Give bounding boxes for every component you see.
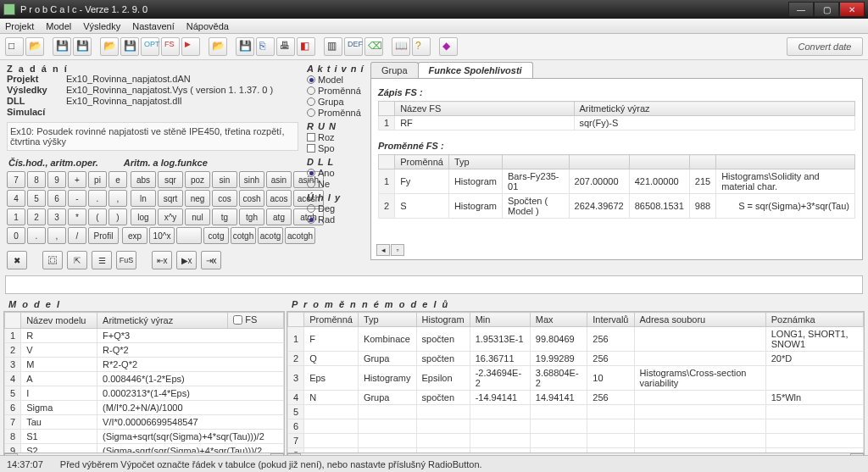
key-plus[interactable]: + <box>68 171 86 188</box>
convert-date-button[interactable]: Convert date <box>787 37 863 56</box>
tb-open[interactable]: 📂 <box>25 37 44 56</box>
tb-help[interactable]: 📖 <box>392 37 410 56</box>
tb-print[interactable]: 🖶 <box>276 37 295 56</box>
tb-chart[interactable]: ▥ <box>324 37 342 56</box>
key-e[interactable]: e <box>108 171 127 188</box>
fn-cosh[interactable]: cosh <box>239 190 264 207</box>
tb-about[interactable]: ◆ <box>439 37 458 56</box>
fn-asin[interactable]: asin <box>266 171 292 188</box>
table-row[interactable]: 5 <box>288 405 864 419</box>
key-2[interactable]: 2 <box>27 208 46 225</box>
radio-model[interactable] <box>307 75 315 84</box>
tb-save2[interactable]: 💾 <box>73 37 92 56</box>
fn-log[interactable]: log <box>131 208 156 225</box>
table-row[interactable]: 4NGrupaspočten-14.9414114.9414125615*Wln <box>288 391 864 405</box>
key-4[interactable]: 4 <box>7 190 25 207</box>
hscroll[interactable]: ◂▫ <box>376 244 404 256</box>
fn-acotg[interactable]: acotg <box>258 227 283 244</box>
tb-run[interactable]: ▶ <box>181 37 200 56</box>
fn-ln[interactable]: ln <box>131 190 156 207</box>
key-rparen[interactable]: ) <box>108 208 127 225</box>
table-row[interactable]: 5I0.0002313*(1-4*Eps) <box>5 386 284 400</box>
xplay-button[interactable]: ▶x <box>176 251 197 269</box>
menu-nastaveni[interactable]: Nastavení <box>132 21 175 31</box>
table-row[interactable]: 7TauV/I*0.00006699548547 <box>5 414 284 429</box>
fn-sinh[interactable]: sinh <box>239 171 264 188</box>
fn-nul[interactable]: nul <box>185 208 210 225</box>
fn-atg[interactable]: atg <box>266 208 292 225</box>
fn-neg[interactable]: neg <box>185 190 210 207</box>
tb-pdf[interactable]: ◧ <box>297 37 315 56</box>
key-mul[interactable]: * <box>68 208 86 225</box>
key-comma[interactable]: , <box>108 190 127 207</box>
key-lparen[interactable]: ( <box>88 208 107 225</box>
fn-cotgh[interactable]: cotgh <box>231 227 256 244</box>
key-7[interactable]: 7 <box>7 171 25 188</box>
key-profil[interactable]: Profil <box>88 227 119 244</box>
tb-open2[interactable]: 📂 <box>100 37 119 56</box>
line-button[interactable]: ☰ <box>92 251 112 269</box>
fn-sqrt[interactable]: sqrt <box>158 190 183 207</box>
maximize-button[interactable]: ▢ <box>814 2 839 17</box>
radio-ano[interactable] <box>307 169 315 177</box>
xfirst-button[interactable]: ⇤x <box>152 251 172 269</box>
menu-napoveda[interactable]: Nápověda <box>186 21 229 31</box>
table-row[interactable]: 1FKombinacespočten1.95313E-199.80469256L… <box>288 327 864 352</box>
fn-abs[interactable]: abs <box>131 171 156 188</box>
tb-fs[interactable]: FS <box>161 37 180 56</box>
key-minus[interactable]: - <box>68 190 86 207</box>
axes-button[interactable]: ⇱ <box>67 251 87 269</box>
key-dot[interactable]: . <box>88 190 107 207</box>
tb-new[interactable]: □ <box>5 37 24 56</box>
table-row[interactable]: 2VR-Q*2 <box>5 342 284 357</box>
xlast-button[interactable]: ⇥x <box>201 251 221 269</box>
fn-exp[interactable]: exp <box>122 227 147 244</box>
fn-cotg[interactable]: cotg <box>203 227 229 244</box>
key-dot2[interactable]: . <box>27 227 46 244</box>
table-row[interactable]: 3EpsHistogramyEpsilon-2.34694E-23.68804E… <box>288 366 864 391</box>
fn-blank[interactable] <box>176 227 202 244</box>
key-0[interactable]: 0 <box>7 227 25 244</box>
table-row[interactable]: 8 <box>288 448 864 454</box>
radio-grupa[interactable] <box>307 97 315 106</box>
fs-checkbox[interactable] <box>233 315 242 325</box>
table-row[interactable]: 1FyHistogramBars-Fy235-01207.00000421.00… <box>379 169 855 194</box>
minimize-button[interactable]: — <box>788 2 814 17</box>
radio-promenna2[interactable] <box>307 108 315 117</box>
fn-tgh[interactable]: tgh <box>239 208 264 225</box>
tab-grupa[interactable]: Grupa <box>370 62 419 78</box>
tb-save4[interactable]: 💾 <box>236 37 254 56</box>
menu-model[interactable]: Model <box>46 21 71 31</box>
key-div[interactable]: / <box>68 227 86 244</box>
radio-rad[interactable] <box>307 215 315 224</box>
table-row[interactable]: 4A0.008446*(1-2*Eps) <box>5 371 284 386</box>
fn-cos[interactable]: cos <box>212 190 237 207</box>
fn-10x[interactable]: 10^x <box>149 227 175 244</box>
table-row[interactable]: 3MR*2-Q*2 <box>5 357 284 371</box>
table-row[interactable]: 7 <box>288 434 864 448</box>
table-row[interactable]: 9S2(Sigma-sqrt(sqr(Sigma)+4*sqr(Tau)))/2 <box>5 443 284 453</box>
copy-button[interactable]: ⿴ <box>42 251 63 269</box>
chk-roz[interactable] <box>307 133 315 142</box>
tb-save[interactable]: 💾 <box>53 37 71 56</box>
fn-sqr[interactable]: sqr <box>158 171 183 188</box>
tb-save3[interactable]: 💾 <box>120 37 139 56</box>
table-row[interactable]: 2SHistogramSpočten ( Model )2624.3967286… <box>379 194 855 219</box>
tb-open3[interactable]: 📂 <box>209 37 227 56</box>
table-row[interactable]: 6 <box>288 419 864 434</box>
table-row[interactable]: 1RF+Q*3 <box>5 328 284 342</box>
chk-spo[interactable] <box>307 144 315 153</box>
close-button[interactable]: ✕ <box>839 2 865 17</box>
radio-deg[interactable] <box>307 204 315 213</box>
tb-erase[interactable]: ⌫ <box>364 37 383 56</box>
table-row[interactable]: 1RFsqr(Fy)-S <box>379 116 855 130</box>
key-9[interactable]: 9 <box>47 171 66 188</box>
fn-acos[interactable]: acos <box>266 190 292 207</box>
menu-vysledky[interactable]: Výsledky <box>83 21 120 31</box>
table-row[interactable]: 2QGrupaspočten16.3671119.9928925620*D <box>288 352 864 366</box>
key-3[interactable]: 3 <box>47 208 66 225</box>
fn-sin[interactable]: sin <box>212 171 237 188</box>
del-button[interactable]: ✖ <box>7 251 27 269</box>
table-row[interactable]: 8S1(Sigma+sqrt(sqr(Sigma)+4*sqr(Tau)))/2 <box>5 429 284 443</box>
key-comma2[interactable]: , <box>47 227 66 244</box>
